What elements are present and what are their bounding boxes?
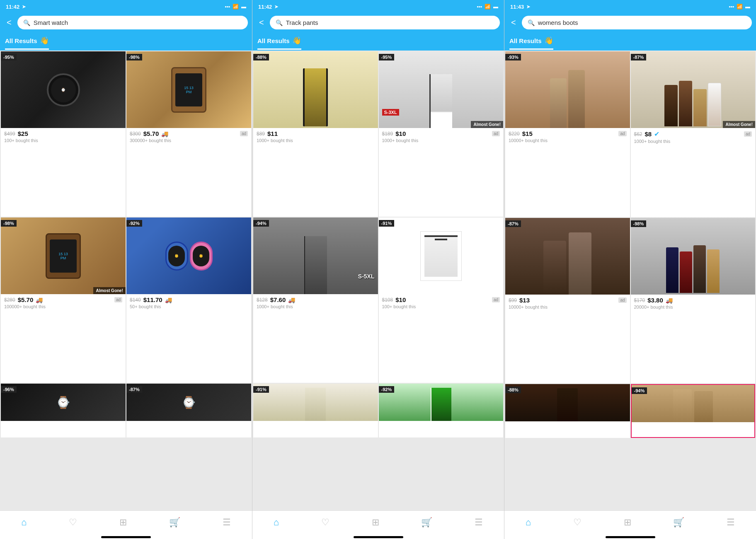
nav-grid-2[interactable]: ⊞ (372, 517, 379, 528)
tab-all-results-3[interactable]: All Results 👋 (509, 33, 553, 50)
product-card-tp5[interactable]: -91% (253, 384, 378, 437)
nav-heart-2[interactable]: ♡ (321, 517, 330, 528)
search-bar-1: < 🔍 Smart watch (0, 13, 252, 33)
product-card-sw1[interactable]: -95% ⌚ $499 $25 100+ bought this (1, 51, 126, 217)
product-card-wb6[interactable]: -94% (631, 384, 756, 438)
sale-price-sw4: $11.70 (143, 296, 162, 303)
product-info-tp3: $128 $7.60 🚚 1000+ bought this (253, 294, 378, 311)
nav-home-3[interactable]: ⌂ (526, 517, 531, 528)
status-bar-1: 11:42 ➤ ▪▪▪ 📶 ▬ (0, 0, 252, 13)
sale-price-wb2: $8 (645, 131, 652, 138)
nav-menu-1[interactable]: ☰ (223, 517, 231, 528)
product-card-sw5[interactable]: -96% ⌚ (1, 384, 126, 437)
nav-grid-3[interactable]: ⊞ (624, 517, 631, 528)
discount-badge-wb4: -98% (631, 220, 647, 227)
nav-grid-1[interactable]: ⊞ (119, 517, 127, 528)
discount-badge-tp3: -94% (253, 220, 269, 227)
home-indicator-3 (606, 536, 655, 538)
nav-cart-2[interactable]: 🛒 (421, 517, 432, 528)
tabs-1: All Results 👋 (0, 33, 252, 51)
product-card-tp1[interactable]: -88% $89 $11 1000+ bought this (253, 51, 378, 217)
product-info-sw3: $280 $5.70 🚚 ad 100000+ bought this (1, 294, 126, 311)
search-input-2[interactable]: 🔍 Track pants (270, 16, 500, 29)
product-image-tp2: -95% S-3XL Almost Gone! (379, 51, 504, 128)
tab-all-results-2[interactable]: All Results 👋 (257, 33, 301, 50)
ad-badge-wb2: ad (744, 131, 752, 137)
tabs-3: All Results 👋 (504, 33, 756, 51)
product-card-tp6[interactable]: -92% (379, 384, 504, 437)
tab-emoji-1: 👋 (40, 36, 49, 45)
product-card-wb3[interactable]: -87% $99 $13 ad 10000+ bought this (505, 218, 630, 383)
battery-icon-2: ▬ (493, 4, 498, 10)
product-card-sw6[interactable]: -87% ⌚ (126, 384, 251, 437)
discount-badge-tp4: -91% (379, 220, 395, 227)
menu-icon-1: ☰ (223, 517, 231, 528)
nav-menu-3[interactable]: ☰ (727, 517, 735, 528)
cart-icon-2: 🛒 (421, 517, 432, 528)
product-card-wb4[interactable]: -98% $170 $3.80 🚚 20000+ bought this (631, 218, 756, 383)
search-input-3[interactable]: 🔍 womens boots (522, 16, 752, 29)
product-image-sw5: -96% ⌚ (1, 384, 126, 421)
original-price-wb3: $99 (509, 297, 517, 303)
product-card-wb1[interactable]: -93% $220 $15 ad 10000+ bought this (505, 51, 630, 217)
menu-icon-2: ☰ (475, 517, 483, 528)
product-card-wb5[interactable]: -88% (505, 384, 630, 438)
nav-cart-1[interactable]: 🛒 (169, 517, 180, 528)
product-card-tp3[interactable]: -94% S-5XL $128 $7.60 🚚 1000+ bought thi… (253, 218, 378, 383)
product-card-tp2[interactable]: -95% S-3XL Almost Gone! $189 $10 ad 1000… (379, 51, 504, 217)
status-bar-3: 11:43 ➤ ▪▪▪ 📶 ▬ (504, 0, 756, 13)
nav-home-1[interactable]: ⌂ (21, 517, 27, 528)
nav-cart-3[interactable]: 🛒 (673, 517, 684, 528)
status-icons-1: ▪▪▪ 📶 ▬ (225, 4, 246, 10)
back-button-1[interactable]: < (4, 17, 14, 28)
discount-badge-tp5: -91% (253, 386, 269, 393)
nav-heart-1[interactable]: ♡ (69, 517, 77, 528)
discount-badge-tp2: -95% (379, 54, 395, 60)
discount-badge-sw1: -95% (1, 54, 17, 60)
product-image-wb1: -93% (505, 51, 630, 128)
ad-badge-wb3: ad (618, 297, 626, 303)
sold-count-wb1: 10000+ bought this (509, 138, 627, 143)
discount-badge-sw3: -98% (1, 220, 17, 227)
tab-all-results-1[interactable]: All Results 👋 (5, 33, 49, 50)
original-price-sw4: $140 (130, 297, 141, 303)
original-price-wb1: $220 (509, 131, 520, 137)
product-card-wb2[interactable]: -87% Almost Gone! $62 $8 ✔ ad 1000+ boug… (631, 51, 756, 217)
products-grid-3: -93% $220 $15 ad 10000+ bought this -87% (504, 51, 756, 510)
nav-heart-3[interactable]: ♡ (573, 517, 582, 528)
sold-count-tp3: 1000+ bought this (257, 304, 375, 309)
back-button-2[interactable]: < (257, 17, 267, 28)
heart-icon-2: ♡ (321, 517, 330, 528)
product-info-tp1: $89 $11 1000+ bought this (253, 128, 378, 145)
location-icon-3: ➤ (526, 4, 530, 10)
product-info-sw2: $300 $5.70 🚚 ad 300000+ bought this (126, 128, 251, 145)
discount-badge-sw4: -92% (126, 220, 142, 227)
sale-price-wb1: $15 (522, 130, 533, 137)
original-price-sw3: $280 (4, 297, 15, 303)
product-card-sw4[interactable]: -92% 👶 👶 $140 $11.70 🚚 50+ bought this (126, 218, 251, 383)
nav-menu-2[interactable]: ☰ (475, 517, 483, 528)
search-input-1[interactable]: 🔍 Smart watch (17, 16, 248, 29)
sale-price-tp2: $10 (395, 130, 406, 137)
status-time-2: 11:42 ➤ (258, 4, 278, 10)
sold-count-wb3: 10000+ bought this (509, 305, 627, 309)
back-button-3[interactable]: < (509, 17, 519, 28)
sold-count-wb2: 1000+ bought this (634, 139, 752, 144)
sale-price-tp1: $11 (267, 130, 278, 137)
product-info-sw4: $140 $11.70 🚚 50+ bought this (126, 294, 251, 311)
original-price-sw2: $300 (130, 131, 141, 137)
verified-icon-wb2: ✔ (654, 130, 659, 138)
product-card-tp4[interactable]: -91% $108 $10 ad 100+ bought this (379, 218, 504, 383)
truck-icon-tp3: 🚚 (288, 297, 295, 303)
sold-count-tp4: 100+ bought this (382, 304, 500, 309)
product-info-tp2: $189 $10 ad 1000+ bought this (379, 128, 504, 145)
location-icon-1: ➤ (22, 4, 26, 10)
discount-badge-wb5: -88% (505, 387, 521, 393)
home-indicator-2 (354, 536, 403, 538)
product-card-sw2[interactable]: -98% 15 13PM $300 $5.70 🚚 ad 300000+ bou… (126, 51, 251, 217)
search-icon-1: 🔍 (23, 19, 30, 26)
product-card-sw3[interactable]: -98% 15 13PM Almost Gone! $280 $5.70 🚚 a… (1, 218, 126, 383)
sale-price-tp4: $10 (395, 296, 406, 303)
discount-badge-wb6: -94% (632, 387, 647, 394)
nav-home-2[interactable]: ⌂ (274, 517, 279, 528)
